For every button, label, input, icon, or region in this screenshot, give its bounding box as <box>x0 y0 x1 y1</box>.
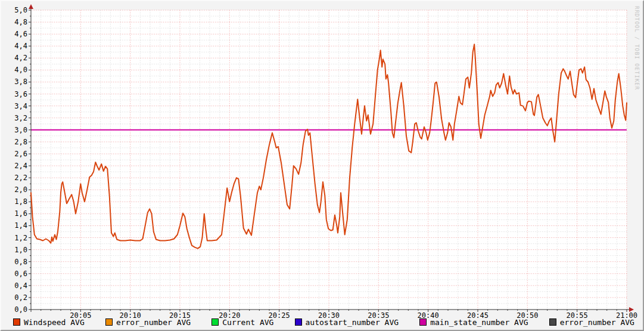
legend-swatch-icon <box>13 318 20 326</box>
legend: Windspeed AVGerror_number AVGCurrent AVG… <box>13 317 634 327</box>
y-tick-label: 3,6 <box>4 90 27 98</box>
watermark-text: RRDTOOL / TOBI OETIKER <box>634 6 640 90</box>
chart-canvas <box>1 1 643 330</box>
y-tick-label: 1,8 <box>4 197 27 206</box>
y-tick-label: 2,6 <box>4 150 27 158</box>
y-tick-label: 5,0 <box>4 6 27 14</box>
y-tick-label: 2,4 <box>4 162 27 170</box>
y-tick-label: 4,4 <box>4 42 27 50</box>
y-tick-label: 4,2 <box>4 54 27 62</box>
y-tick-label: 3,8 <box>4 78 27 86</box>
y-tick-label: 3,4 <box>4 102 27 110</box>
y-tick-label: 0,0 <box>4 305 27 314</box>
y-tick-label: 1,4 <box>4 221 27 230</box>
legend-item: error_number AVG <box>105 318 191 327</box>
y-tick-label: 0,2 <box>4 293 27 302</box>
legend-swatch-icon <box>105 318 113 326</box>
legend-item: autostart_number AVG <box>295 318 399 327</box>
legend-item: error_number AVG <box>549 318 634 327</box>
legend-label: autostart_number AVG <box>306 318 399 327</box>
y-tick-label: 2,0 <box>4 185 27 194</box>
legend-label: error_number AVG <box>560 318 634 327</box>
y-axis-arrow <box>29 4 33 9</box>
y-tick-label: 1,6 <box>4 209 27 218</box>
legend-label: Current AVG <box>222 318 273 327</box>
chart-svg <box>1 1 643 330</box>
y-tick-label: 1,2 <box>4 234 27 242</box>
legend-label: error_number AVG <box>116 318 191 327</box>
y-tick-label: 4,8 <box>4 18 27 26</box>
y-tick-label: 1,0 <box>4 246 27 254</box>
legend-item: Windspeed AVG <box>13 318 85 327</box>
legend-swatch-icon <box>549 318 556 326</box>
y-tick-label: 2,2 <box>4 174 27 182</box>
legend-swatch-icon <box>211 318 219 326</box>
y-tick-label: 4,6 <box>4 30 27 38</box>
y-tick-label: 3,0 <box>4 126 27 134</box>
y-tick-label: 0,4 <box>4 281 27 290</box>
y-tick-label: 4,0 <box>4 66 27 74</box>
y-tick-label: 3,2 <box>4 114 27 122</box>
legend-item: main_state_number AVG <box>419 318 528 327</box>
y-tick-label: 2,8 <box>4 138 27 146</box>
legend-swatch-icon <box>419 318 427 326</box>
legend-swatch-icon <box>295 318 302 326</box>
legend-label: Windspeed AVG <box>24 318 85 327</box>
legend-item: Current AVG <box>211 318 273 327</box>
y-tick-label: 0,8 <box>4 258 27 266</box>
y-tick-label: 0,6 <box>4 270 27 278</box>
rrdtool-graph: 0,00,20,40,60,81,01,21,41,61,82,02,22,42… <box>0 0 644 331</box>
legend-label: main_state_number AVG <box>430 318 528 327</box>
